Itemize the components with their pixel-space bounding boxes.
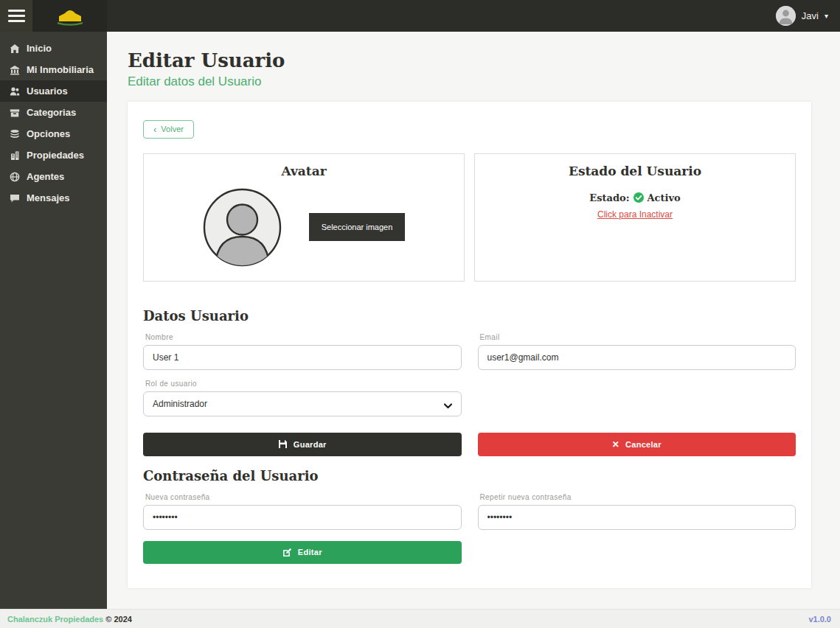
avatar-panel: Avatar Seleccionar imagen	[143, 153, 465, 282]
nombre-field-group: Nombre	[143, 333, 462, 370]
footer-version: v1.0.0	[808, 615, 831, 624]
page-title: Editar Usuario	[128, 50, 811, 72]
status-label: Estado:	[589, 192, 629, 203]
sidebar-item-usuarios[interactable]: Usuarios	[0, 80, 107, 102]
check-circle-icon	[634, 192, 644, 203]
sidebar-item-label: Propiedades	[27, 150, 84, 161]
repeat-password-input[interactable]	[478, 505, 796, 530]
email-label: Email	[480, 333, 796, 341]
back-button[interactable]: ‹ Volver	[143, 120, 194, 139]
user-name: Javi	[802, 10, 819, 21]
bank-icon	[10, 65, 20, 75]
sidebar-item-categorias[interactable]: Categorias	[0, 102, 107, 123]
sidebar-item-label: Mensajes	[27, 192, 70, 203]
user-avatar-icon	[776, 6, 796, 26]
app-logo[interactable]	[32, 0, 107, 32]
chevron-left-icon: ‹	[153, 125, 156, 134]
x-icon: ✕	[612, 439, 619, 450]
sidebar-item-opciones[interactable]: Opciones	[0, 123, 107, 144]
sidebar-item-label: Agentes	[27, 171, 64, 182]
footer-brand-line: Chalanczuk Propiedades © 2024	[7, 615, 132, 624]
status-line: Estado: Activo	[475, 192, 795, 203]
sidebar-item-label: Opciones	[27, 128, 70, 139]
footer: Chalanczuk Propiedades © 2024 v1.0.0	[0, 609, 840, 628]
sidebar-item-label: Inicio	[27, 43, 52, 54]
back-button-label: Volver	[161, 125, 184, 133]
status-value: Activo	[648, 192, 681, 203]
email-input[interactable]	[478, 345, 796, 370]
layers-icon	[10, 129, 20, 139]
globe-icon	[10, 172, 20, 182]
toggle-status-link[interactable]: Click para Inactivar	[597, 209, 673, 220]
sidebar-item-mensajes[interactable]: Mensajes	[0, 187, 107, 209]
rol-select[interactable]: Administrador	[143, 391, 462, 416]
user-data-section-title: Datos Usuario	[143, 308, 796, 324]
users-icon	[10, 86, 20, 97]
nombre-label: Nombre	[145, 333, 462, 341]
cancel-button[interactable]: ✕ Cancelar	[478, 433, 796, 456]
topbar-spacer	[107, 0, 776, 32]
edit-password-button[interactable]: Editar	[143, 541, 462, 564]
new-password-label: Nueva contraseña	[145, 493, 462, 501]
hamburger-menu-icon[interactable]	[0, 0, 32, 32]
building-logo-icon	[55, 5, 86, 27]
building-icon	[10, 150, 20, 161]
repeat-password-field-group: Repetir nueva contraseña	[478, 493, 796, 530]
select-image-button[interactable]: Seleccionar imagen	[309, 213, 406, 241]
new-password-field-group: Nueva contraseña	[143, 493, 462, 530]
edit-icon	[282, 548, 292, 557]
new-password-input[interactable]	[143, 505, 462, 530]
cancel-button-label: Cancelar	[625, 440, 662, 449]
footer-brand-link[interactable]: Chalanczuk Propiedades	[7, 615, 103, 624]
repeat-password-label: Repetir nueva contraseña	[480, 493, 796, 501]
edit-button-label: Editar	[298, 548, 322, 557]
email-field-group: Email	[478, 333, 796, 370]
user-status-panel: Estado del Usuario Estado: Activo Click …	[474, 153, 796, 282]
save-button-label: Guardar	[294, 440, 327, 449]
sidebar-item-mi-inmobiliaria[interactable]: Mi Inmobiliaria	[0, 59, 107, 80]
home-icon	[10, 43, 20, 54]
main-content: Editar Usuario Editar datos del Usuario …	[107, 32, 840, 609]
status-panel-title: Estado del Usuario	[475, 164, 795, 178]
nombre-input[interactable]	[143, 345, 462, 370]
save-button[interactable]: Guardar	[143, 433, 462, 456]
sidebar-item-propiedades[interactable]: Propiedades	[0, 144, 107, 166]
box-icon	[10, 108, 20, 118]
edit-user-card: ‹ Volver Avatar Seleccionar imagen	[128, 102, 811, 588]
user-menu[interactable]: Javi ▾	[776, 0, 840, 32]
sidebar-item-label: Mi Inmobiliaria	[27, 64, 94, 75]
topbar: Javi ▾	[0, 0, 840, 32]
sidebar: Inicio Mi Inmobiliaria Usuarios Categori…	[0, 32, 107, 609]
avatar-panel-title: Avatar	[144, 164, 464, 178]
save-icon	[278, 439, 288, 449]
page-subtitle: Editar datos del Usuario	[128, 74, 811, 89]
sidebar-item-agentes[interactable]: Agentes	[0, 166, 107, 187]
chevron-down-icon: ▾	[825, 12, 828, 20]
avatar-placeholder-icon	[203, 188, 282, 267]
rol-field-group: Rol de usuario Administrador	[143, 380, 462, 416]
chat-icon	[10, 193, 20, 203]
rol-label: Rol de usuario	[145, 380, 462, 388]
sidebar-item-label: Categorias	[27, 107, 76, 118]
footer-copyright: © 2024	[105, 615, 132, 624]
password-section-title: Contraseña del Usuario	[143, 468, 796, 484]
sidebar-item-inicio[interactable]: Inicio	[0, 38, 107, 59]
sidebar-item-label: Usuarios	[27, 86, 68, 97]
